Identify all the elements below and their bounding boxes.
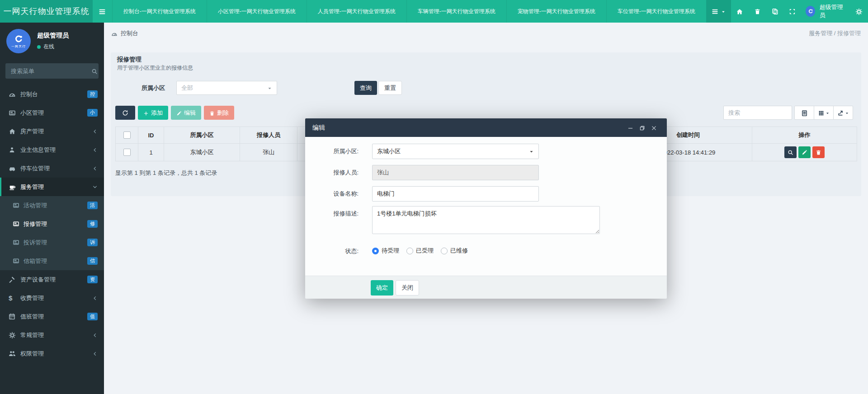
refresh-icon [122, 109, 128, 117]
maximize-icon [639, 124, 645, 132]
fullscreen-button[interactable] [784, 0, 802, 23]
home-button[interactable] [731, 0, 749, 23]
export-button[interactable] [833, 106, 853, 120]
sidebar-item-repair[interactable]: 报修管理 修 [0, 215, 104, 233]
online-dot [37, 45, 41, 49]
radio-accepted[interactable]: 已受理 [406, 247, 434, 255]
tab-personnel[interactable]: 人员管理-一网天行物业管理系统 [307, 0, 406, 23]
chevron-down-icon [92, 184, 98, 190]
detail-view-button[interactable] [794, 106, 814, 120]
close-button[interactable] [648, 122, 660, 134]
clear-cache-button[interactable] [749, 0, 766, 23]
col-community: 所属小区 [164, 127, 240, 144]
sidebar-item-permissions[interactable]: 权限管理 [0, 344, 104, 363]
menu-search-input[interactable] [10, 67, 91, 75]
radio-selected-icon [372, 248, 379, 254]
row-delete-button[interactable] [812, 146, 825, 158]
tab-vehicle[interactable]: 车辆管理-一网天行物业管理系统 [406, 0, 506, 23]
sidebar-item-activity[interactable]: 活动管理 活 [0, 196, 104, 215]
community-field-label: 所属小区: [305, 144, 359, 159]
radio-icon [406, 248, 413, 254]
sidebar-item-owner-info[interactable]: 业主信息管理 [0, 141, 104, 159]
caret-down-icon [529, 147, 534, 155]
maximize-button[interactable] [636, 122, 648, 134]
plus-icon [143, 109, 149, 116]
tachometer-icon [111, 30, 118, 37]
sidebar-item-property[interactable]: 房产管理 [0, 122, 104, 141]
refresh-pages-button[interactable] [766, 0, 784, 23]
sidebar-item-general[interactable]: 常规管理 [0, 326, 104, 344]
tab-community[interactable]: 小区管理-一网天行物业管理系统 [207, 0, 307, 23]
sidebar-item-fees[interactable]: $ 收费管理 [0, 289, 104, 307]
tab-pet[interactable]: 宠物管理-一网天行物业管理系统 [506, 0, 606, 23]
minimize-button[interactable] [624, 122, 636, 134]
page-title: 报修管理 [117, 56, 142, 64]
sidebar-item-community[interactable]: 小区管理 小 [0, 103, 104, 122]
device-input[interactable] [372, 186, 539, 202]
card-icon [13, 258, 24, 264]
table-search-input[interactable] [723, 106, 792, 120]
status-radio-group: 待受理 已受理 已维修 [372, 247, 468, 255]
row-view-button[interactable] [784, 146, 797, 158]
user-menu[interactable]: 超级管理员 [801, 3, 849, 19]
radio-icon [441, 248, 448, 254]
gear-icon [855, 7, 863, 15]
card-icon [13, 239, 24, 246]
description-textarea[interactable]: 1号楼1单元电梯门损坏 [372, 206, 600, 234]
description-field-label: 报修描述: [305, 206, 359, 221]
sidebar-item-service[interactable]: 服务管理 [0, 178, 104, 196]
breadcrumb-console[interactable]: 控制台 [121, 29, 138, 38]
row-edit-button[interactable] [798, 146, 811, 158]
status-field-label: 状态: [305, 244, 359, 259]
user-icon [9, 146, 20, 153]
caret-down-icon [721, 7, 726, 15]
chevron-left-icon [92, 165, 98, 172]
window-tabs: 控制台-一网天行物业管理系统 小区管理-一网天行物业管理系统 人员管理-一网天行… [112, 0, 706, 23]
tab-parking[interactable]: 车位管理-一网天行物业管理系统 [606, 0, 706, 23]
radio-pending[interactable]: 待受理 [372, 247, 399, 255]
add-button[interactable]: 添加 [138, 106, 168, 120]
pencil-icon [176, 109, 182, 116]
tabs-dropdown-button[interactable] [706, 0, 731, 23]
row-checkbox[interactable] [123, 149, 131, 156]
grid-icon [818, 109, 824, 117]
sidebar-user-name: 超级管理员 [37, 32, 69, 40]
refresh-button[interactable] [115, 106, 135, 120]
dialog-title: 编辑 [312, 124, 624, 132]
sidebar-item-complaint[interactable]: 投诉管理 诉 [0, 233, 104, 252]
reset-button[interactable]: 重置 [378, 81, 402, 95]
columns-button[interactable] [814, 106, 834, 120]
app-logo: 一网天行物业管理系统 [0, 0, 93, 23]
radio-repaired[interactable]: 已维修 [441, 247, 468, 255]
confirm-button[interactable]: 确定 [371, 280, 393, 296]
dialog-titlebar[interactable]: 编辑 [305, 118, 667, 137]
select-all-header [116, 127, 138, 144]
trash-icon [754, 7, 761, 15]
edit-dialog: 编辑 所属小区: 东城小区 报修人员: 设备名称: 报修描述: 1号楼1单元电梯… [305, 118, 667, 298]
record-summary: 显示第 1 到第 1 条记录，总共 1 条记录 [115, 169, 217, 177]
edit-button[interactable]: 编辑 [171, 106, 201, 120]
community-select[interactable]: 东城小区 [372, 144, 539, 159]
menu-badge: 信 [87, 257, 98, 265]
sidebar-menu: 控制台 控 小区管理 小 房产管理 业主信息管理 停车位管理 服务管理 [0, 85, 104, 363]
sidebar-toggle-button[interactable] [93, 0, 112, 23]
sidebar-item-console[interactable]: 控制台 控 [0, 85, 104, 103]
query-button[interactable]: 查询 [354, 81, 377, 95]
close-dialog-button[interactable]: 关闭 [396, 280, 419, 296]
tab-console[interactable]: 控制台-一网天行物业管理系统 [112, 0, 207, 23]
trash-icon [209, 109, 215, 116]
menu-icon [99, 7, 106, 15]
delete-button[interactable]: 删除 [204, 106, 234, 120]
menu-badge: 修 [87, 220, 98, 228]
community-filter-select[interactable]: 全部 [176, 81, 277, 95]
select-all-checkbox[interactable] [123, 131, 131, 139]
caret-down-icon [845, 109, 849, 117]
gavel-icon [9, 276, 20, 283]
sidebar-item-parking[interactable]: 停车位管理 [0, 159, 104, 178]
sidebar-item-duty[interactable]: 值班管理 值 [0, 307, 104, 326]
sidebar-item-assets[interactable]: 资产设备管理 资 [0, 270, 104, 289]
coffee-icon [9, 183, 20, 191]
tachometer-icon [9, 91, 20, 98]
settings-button[interactable] [849, 0, 868, 23]
sidebar-item-mailbox[interactable]: 信箱管理 信 [0, 252, 104, 270]
